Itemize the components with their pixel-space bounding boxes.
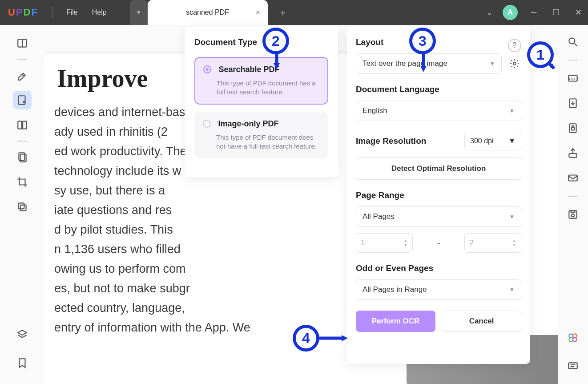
option-description: This type of PDF document does not have … bbox=[203, 133, 320, 151]
convert-icon[interactable] bbox=[564, 94, 582, 112]
divider bbox=[52, 7, 53, 18]
tab-title: scanned PDF bbox=[186, 8, 229, 16]
option-title: Searchable PDF bbox=[218, 65, 279, 74]
svg-rect-4 bbox=[23, 121, 27, 129]
ocr-settings-panel: Layout ? Text over the page image ▼ Docu… bbox=[347, 26, 530, 364]
select-value: Text over the page image bbox=[362, 59, 447, 68]
annotation-arrow-3 bbox=[419, 53, 428, 76]
annotation-step-2: 2 bbox=[262, 28, 289, 54]
resolution-label: Image Resolution bbox=[356, 136, 426, 146]
range-from-value: 1 bbox=[361, 238, 365, 247]
layers-icon[interactable] bbox=[13, 325, 32, 344]
duplicate-icon[interactable] bbox=[13, 198, 32, 216]
comment-icon[interactable] bbox=[564, 357, 582, 375]
option-searchable-pdf[interactable]: Searchable PDF This type of PDF document… bbox=[194, 57, 328, 105]
svg-point-28 bbox=[513, 62, 516, 65]
tab-active[interactable]: scanned PDF ✕ bbox=[148, 0, 268, 25]
detect-resolution-button[interactable]: Detect Optimal Resolution bbox=[356, 158, 521, 180]
rail-separator bbox=[17, 59, 27, 60]
svg-marker-36 bbox=[342, 335, 348, 341]
doc-heading: Improve bbox=[57, 64, 148, 93]
range-to-input[interactable]: 2 ▲▼ bbox=[464, 233, 521, 253]
svg-marker-34 bbox=[420, 66, 427, 72]
range-dash: - bbox=[420, 238, 457, 248]
resolution-select[interactable]: 300 dpi ▼ bbox=[464, 132, 521, 150]
oddeven-select[interactable]: All Pages in Range ▼ bbox=[356, 279, 521, 300]
layout-select[interactable]: Text over the page image ▼ bbox=[356, 53, 502, 74]
spin-arrows-icon[interactable]: ▲▼ bbox=[512, 238, 516, 247]
svg-rect-7 bbox=[18, 203, 24, 209]
svg-point-19 bbox=[572, 214, 575, 217]
select-value: All Pages in Range bbox=[362, 285, 427, 294]
svg-text:OCR: OCR bbox=[569, 77, 577, 81]
window-minimize-button[interactable]: ─ bbox=[528, 8, 540, 17]
select-value: English bbox=[362, 106, 387, 115]
chevron-down-icon[interactable]: ⌄ bbox=[486, 8, 493, 17]
svg-rect-17 bbox=[568, 175, 577, 181]
reader-mode-icon[interactable] bbox=[13, 34, 32, 53]
bookmark-icon[interactable] bbox=[13, 354, 32, 372]
share-icon[interactable] bbox=[564, 144, 582, 162]
help-icon[interactable]: ? bbox=[508, 39, 521, 52]
svg-point-22 bbox=[573, 334, 577, 338]
annotation-step-4: 4 bbox=[293, 325, 319, 352]
radio-icon bbox=[203, 65, 211, 73]
menu-help[interactable]: Help bbox=[85, 8, 114, 16]
ocr-icon[interactable]: OCR bbox=[564, 69, 582, 87]
language-label: Document Language bbox=[356, 85, 521, 94]
svg-rect-16 bbox=[569, 154, 576, 158]
tab-dropdown[interactable]: ▼ bbox=[130, 0, 148, 25]
new-tab-button[interactable]: ＋ bbox=[274, 7, 292, 19]
select-value: All Pages bbox=[362, 212, 395, 221]
gear-icon[interactable] bbox=[508, 57, 521, 70]
left-toolbar bbox=[0, 25, 44, 384]
range-to-value: 2 bbox=[469, 238, 473, 247]
page-organize-icon[interactable] bbox=[13, 148, 32, 166]
app-logo: UPDF bbox=[8, 7, 38, 18]
window-close-button[interactable]: ✕ bbox=[572, 8, 584, 17]
radio-icon bbox=[203, 120, 211, 128]
crop-icon[interactable] bbox=[13, 173, 32, 191]
tab-close-icon[interactable]: ✕ bbox=[255, 9, 261, 16]
chevron-down-icon: ▼ bbox=[509, 108, 515, 114]
rail-separator bbox=[17, 141, 27, 141]
search-icon[interactable] bbox=[564, 33, 582, 51]
email-icon[interactable] bbox=[564, 169, 582, 187]
panel-heading: Document Type bbox=[194, 37, 328, 47]
annotation-step-1: 1 bbox=[527, 41, 554, 68]
spin-arrows-icon[interactable]: ▲▼ bbox=[403, 238, 408, 247]
svg-point-21 bbox=[569, 334, 573, 338]
annotation-arrow-2 bbox=[272, 53, 281, 73]
annotation-arrow-1 bbox=[548, 62, 561, 77]
option-description: This type of PDF document has a full tex… bbox=[203, 79, 319, 97]
compare-icon[interactable] bbox=[13, 116, 32, 134]
svg-line-10 bbox=[574, 43, 577, 46]
perform-ocr-button[interactable]: Perform OCR bbox=[356, 311, 435, 332]
rail-separator bbox=[568, 196, 578, 197]
highlighter-icon[interactable] bbox=[13, 66, 32, 85]
svg-point-9 bbox=[569, 38, 575, 44]
chevron-down-icon: ▼ bbox=[490, 61, 495, 67]
right-toolbar: OCR bbox=[558, 25, 588, 384]
svg-point-23 bbox=[569, 338, 573, 342]
option-title: Image-only PDF bbox=[218, 119, 278, 128]
save-icon[interactable] bbox=[564, 206, 582, 223]
protect-icon[interactable] bbox=[564, 119, 582, 137]
svg-rect-25 bbox=[568, 363, 577, 368]
cancel-button[interactable]: Cancel bbox=[442, 311, 521, 332]
ai-flower-icon[interactable] bbox=[564, 329, 582, 347]
window-maximize-button[interactable]: ☐ bbox=[550, 8, 562, 17]
layout-label: Layout bbox=[356, 37, 383, 47]
annotation-step-3: 3 bbox=[409, 28, 436, 54]
svg-rect-2 bbox=[18, 96, 25, 105]
language-select[interactable]: English ▼ bbox=[356, 101, 521, 121]
pagerange-select[interactable]: All Pages ▼ bbox=[356, 206, 521, 227]
chevron-down-icon: ▼ bbox=[508, 137, 516, 145]
option-image-only-pdf[interactable]: Image-only PDF This type of PDF document… bbox=[194, 112, 328, 158]
avatar[interactable]: A bbox=[503, 5, 518, 20]
menu-file[interactable]: File bbox=[59, 8, 85, 16]
svg-marker-32 bbox=[274, 63, 280, 69]
oddeven-label: Odd or Even Pages bbox=[356, 263, 521, 273]
range-from-input[interactable]: 1 ▲▼ bbox=[356, 233, 413, 253]
edit-pdf-icon[interactable] bbox=[13, 91, 32, 109]
